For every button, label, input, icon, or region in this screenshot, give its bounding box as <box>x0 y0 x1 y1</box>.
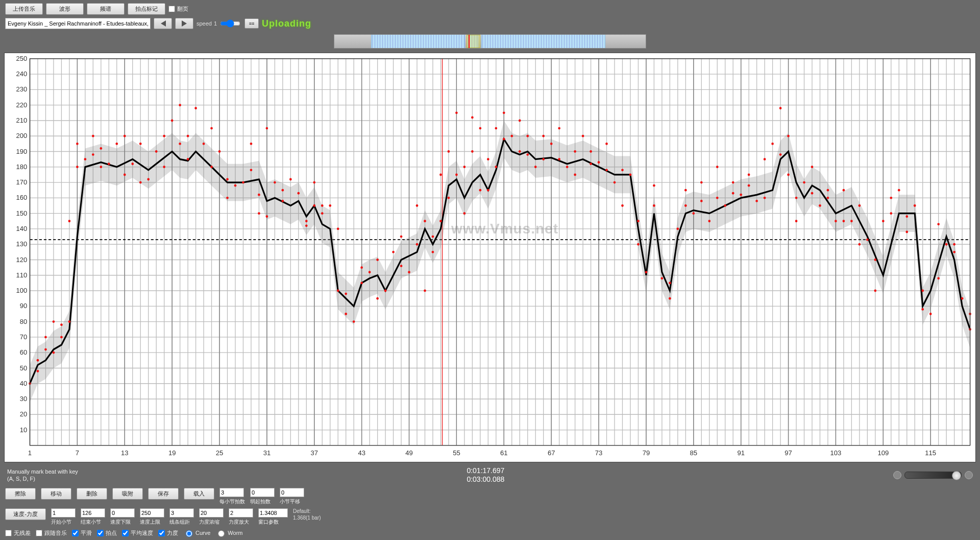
svg-point-297 <box>448 150 450 153</box>
svg-point-301 <box>463 166 466 168</box>
dyn-zoom-input[interactable] <box>229 508 253 518</box>
svg-point-347 <box>692 212 695 215</box>
pickup-beats-input[interactable] <box>250 488 275 497</box>
waveform-button[interactable]: 波形 <box>46 3 84 15</box>
tempo-dynamics-button[interactable]: 速度-力度 <box>5 508 46 520</box>
dyn-scale-input[interactable] <box>199 508 224 518</box>
svg-point-340 <box>653 184 655 187</box>
spectrum-button[interactable]: 频谱 <box>87 3 125 15</box>
svg-point-392 <box>921 290 924 292</box>
svg-point-352 <box>716 166 719 168</box>
svg-point-304 <box>479 189 481 192</box>
svg-point-245 <box>187 135 189 137</box>
svg-point-246 <box>194 107 197 109</box>
bar-offset-input[interactable] <box>280 488 304 497</box>
svg-text:103: 103 <box>830 449 842 457</box>
load-button[interactable]: 载入 <box>184 488 214 500</box>
speed-slider[interactable] <box>220 19 240 28</box>
prev-button[interactable] <box>154 18 172 29</box>
svg-point-249 <box>210 127 213 130</box>
svg-text:40: 40 <box>20 380 27 387</box>
tempo-max-input[interactable] <box>140 508 164 518</box>
tempo-chart[interactable]: 1020304050607080901001101201301401501601… <box>4 53 976 462</box>
svg-point-356 <box>740 194 742 196</box>
svg-point-380 <box>859 204 861 207</box>
follow-music-checkbox[interactable]: 跟随音乐 <box>36 529 67 537</box>
svg-text:160: 160 <box>16 194 28 201</box>
window-param-input[interactable] <box>258 508 288 518</box>
pageflip-checkbox-input[interactable] <box>168 6 175 12</box>
avg-tempo-checkbox[interactable]: 平均速度 <box>122 529 153 537</box>
svg-point-257 <box>258 194 260 196</box>
svg-text:220: 220 <box>16 101 28 109</box>
move-button[interactable]: 移动 <box>41 488 71 500</box>
svg-point-302 <box>471 116 474 119</box>
erase-button[interactable]: 擦除 <box>5 488 36 500</box>
svg-text:170: 170 <box>16 178 28 186</box>
svg-point-324 <box>574 150 576 153</box>
svg-point-359 <box>755 200 758 202</box>
svg-point-218 <box>53 320 55 323</box>
no-residual-checkbox[interactable]: 无残差 <box>5 529 31 537</box>
loop-toggle-button[interactable]: ≡≡ <box>244 18 259 29</box>
svg-text:25: 25 <box>216 449 223 457</box>
svg-point-291 <box>424 290 426 292</box>
svg-point-308 <box>495 166 497 168</box>
svg-point-215 <box>44 348 47 351</box>
svg-text:70: 70 <box>20 333 27 341</box>
svg-point-305 <box>479 127 481 130</box>
svg-point-390 <box>914 204 916 207</box>
svg-point-223 <box>76 166 79 168</box>
svg-point-231 <box>115 143 118 145</box>
end-bar-input[interactable] <box>81 508 105 518</box>
beats-checkbox[interactable]: 拍点 <box>97 529 117 537</box>
beats-per-bar-input[interactable] <box>219 488 244 497</box>
svg-text:109: 109 <box>877 449 889 457</box>
svg-point-337 <box>637 243 640 246</box>
svg-text:140: 140 <box>16 225 28 232</box>
svg-point-306 <box>487 158 489 160</box>
svg-point-256 <box>250 143 253 145</box>
svg-point-237 <box>147 178 150 181</box>
svg-point-398 <box>953 243 955 246</box>
track-title-input[interactable] <box>5 18 151 29</box>
svg-point-217 <box>53 351 55 354</box>
pageflip-label: 翻页 <box>177 5 188 13</box>
dynamics-checkbox[interactable]: 力度 <box>158 529 178 537</box>
save-button[interactable]: 保存 <box>148 488 179 500</box>
svg-point-277 <box>353 320 355 323</box>
worm-radio[interactable]: Worm <box>215 529 242 537</box>
play-button[interactable] <box>175 18 193 29</box>
svg-point-366 <box>787 174 790 176</box>
smooth-checkbox[interactable]: 平滑 <box>72 529 92 537</box>
svg-point-358 <box>748 174 750 176</box>
pageflip-checkbox[interactable]: 翻页 <box>168 5 188 13</box>
waveform-overview[interactable] <box>334 34 646 49</box>
svg-point-235 <box>139 181 142 184</box>
svg-point-336 <box>637 220 640 222</box>
svg-point-371 <box>811 192 814 195</box>
svg-point-238 <box>155 150 158 153</box>
svg-point-225 <box>84 158 87 160</box>
start-bar-input[interactable] <box>51 508 76 518</box>
svg-text:130: 130 <box>16 240 28 248</box>
line-group-input[interactable] <box>169 508 194 518</box>
svg-point-357 <box>748 184 750 187</box>
svg-text:240: 240 <box>16 70 28 78</box>
upload-music-button[interactable]: 上传音乐 <box>5 3 43 15</box>
delete-button[interactable]: 删除 <box>77 488 107 500</box>
snap-button[interactable]: 吸附 <box>112 488 143 500</box>
smooth-label: 平滑 <box>81 529 92 537</box>
svg-point-285 <box>400 236 403 238</box>
svg-point-280 <box>369 271 371 273</box>
svg-point-399 <box>961 297 964 300</box>
volume-slider[interactable] <box>904 472 962 479</box>
svg-point-368 <box>795 220 798 222</box>
beat-mark-button[interactable]: 拍点标记 <box>128 3 165 15</box>
svg-point-315 <box>526 153 529 156</box>
svg-text:180: 180 <box>16 163 28 171</box>
worm-radio-label: Worm <box>228 530 242 536</box>
svg-point-378 <box>850 220 853 222</box>
tempo-min-input[interactable] <box>110 508 135 518</box>
curve-radio[interactable]: Curve <box>183 529 210 537</box>
